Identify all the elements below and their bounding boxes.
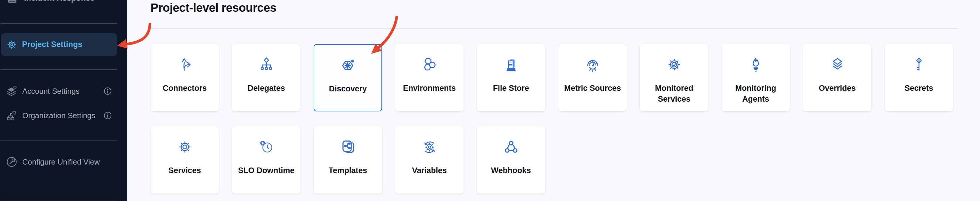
card-label: Connectors — [158, 83, 211, 94]
card-label: Variables — [408, 165, 451, 176]
sidebar-item-configure-unified-view[interactable]: Configure Unified View — [0, 153, 127, 171]
card-environments[interactable]: Environments — [395, 44, 464, 112]
metric-sources-icon — [585, 57, 600, 72]
overrides-icon — [830, 57, 845, 72]
card-label: Delegates — [243, 83, 289, 94]
sidebar: Incident Response Project Settings — [0, 0, 127, 201]
sidebar-divider — [1, 200, 118, 200]
sidebar-item-account-settings[interactable]: Account Settings — [0, 83, 127, 100]
sidebar-divider — [1, 140, 118, 141]
sidebar-divider — [1, 69, 118, 70]
chevron-right-icon — [103, 0, 109, 2]
card-monitored-services[interactable]: Monitored Services — [640, 44, 708, 112]
card-label: Webhooks — [487, 165, 535, 176]
card-webhooks[interactable]: Webhooks — [477, 126, 545, 194]
monitored-services-icon — [667, 57, 682, 72]
card-overrides[interactable]: Overrides — [803, 44, 872, 112]
title-divider — [151, 28, 958, 29]
slo-downtime-icon — [259, 139, 274, 155]
connectors-icon — [177, 57, 192, 72]
secrets-icon — [912, 57, 927, 72]
card-label: SLO Downtime — [234, 165, 298, 176]
card-label: Services — [164, 165, 205, 176]
card-label: Templates — [325, 165, 371, 176]
sidebar-item-label: Configure Unified View — [22, 158, 100, 167]
card-variables[interactable]: Variables — [395, 126, 464, 194]
card-label: Metric Sources — [560, 83, 625, 94]
info-icon[interactable] — [103, 87, 112, 95]
sidebar-item-organization-settings[interactable]: Organization Settings — [0, 107, 127, 124]
card-connectors[interactable]: Connectors — [151, 44, 219, 112]
page-title: Project-level resources — [151, 1, 277, 14]
services-icon — [177, 139, 192, 155]
layers-gear-icon — [6, 85, 18, 97]
monitoring-agents-icon — [748, 57, 764, 72]
sidebar-item-label: Project Settings — [22, 40, 83, 49]
templates-icon — [340, 139, 356, 155]
card-file-store[interactable]: File Store — [477, 44, 545, 112]
gear-icon — [6, 39, 17, 50]
card-label: Monitored Services — [640, 83, 708, 105]
sidebar-item-incident-response[interactable]: Incident Response — [0, 0, 127, 8]
environments-icon — [422, 57, 437, 72]
sidebar-item-project-settings[interactable]: Project Settings — [1, 33, 117, 56]
discovery-icon — [340, 57, 356, 73]
card-services[interactable]: Services — [151, 126, 219, 194]
siren-icon — [6, 0, 18, 4]
wrench-circle-icon — [6, 156, 18, 168]
sidebar-item-label: Account Settings — [22, 87, 80, 96]
card-discovery[interactable]: Discovery — [313, 44, 382, 112]
sidebar-item-label: Incident Response — [24, 0, 94, 3]
card-metric-sources[interactable]: Metric Sources — [558, 44, 627, 112]
resource-card-grid: Connectors Delegates — [151, 44, 955, 194]
card-templates[interactable]: Templates — [313, 126, 382, 194]
card-label: Monitoring Agents — [722, 83, 790, 105]
sidebar-divider — [1, 23, 118, 24]
card-label: File Store — [489, 83, 533, 94]
card-label: Secrets — [900, 83, 937, 94]
card-label: Discovery — [325, 83, 371, 94]
org-gear-icon — [6, 110, 18, 121]
card-label: Overrides — [815, 83, 860, 94]
card-secrets[interactable]: Secrets — [885, 44, 953, 112]
file-store-icon — [503, 57, 519, 72]
delegates-icon — [259, 57, 274, 72]
variables-icon — [422, 139, 437, 155]
card-label: Environments — [399, 83, 460, 94]
sidebar-item-label: Organization Settings — [22, 111, 95, 120]
card-monitoring-agents[interactable]: Monitoring Agents — [722, 44, 790, 112]
webhooks-icon — [503, 139, 519, 155]
card-delegates[interactable]: Delegates — [232, 44, 301, 112]
info-icon[interactable] — [103, 112, 112, 120]
card-slo-downtime[interactable]: SLO Downtime — [232, 126, 301, 194]
app-screen: Incident Response Project Settings — [0, 0, 980, 201]
